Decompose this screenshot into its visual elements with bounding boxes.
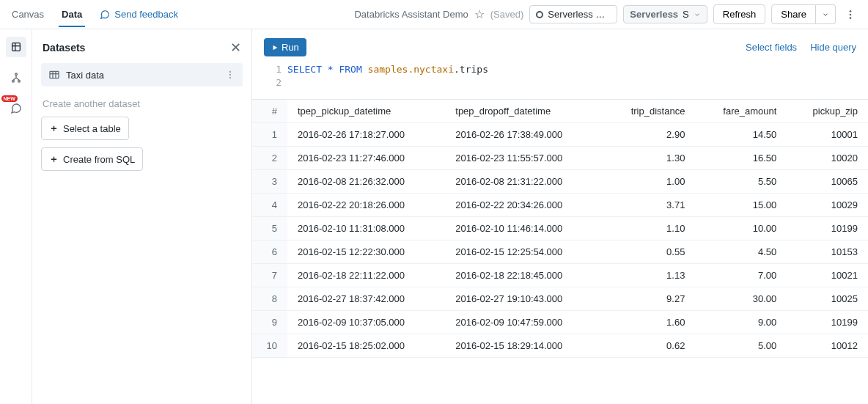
svg-point-7: [12, 80, 14, 82]
results-table-wrap[interactable]: #tpep_pickup_datetimetpep_dropoff_dateti…: [252, 100, 868, 404]
svg-point-14: [229, 74, 231, 76]
table-row[interactable]: 102016-02-15 18:25:02.0002016-02-15 18:2…: [252, 334, 868, 358]
table-cell: 3.71: [603, 194, 696, 217]
table-cell: 10021: [787, 264, 868, 287]
rail-assistant-icon[interactable]: NEW: [6, 98, 26, 119]
table-cell: 2016-02-08 21:26:32.000: [287, 170, 445, 194]
col-header[interactable]: pickup_zip: [787, 100, 868, 123]
svg-point-0: [850, 10, 852, 12]
table-cell: 2016-02-08 21:31:22.000: [445, 170, 603, 194]
table-cell: 5.00: [695, 334, 787, 358]
table-cell: 2016-02-26 17:38:49.000: [445, 123, 603, 147]
top-tabs: Canvas Data: [9, 1, 85, 27]
col-header[interactable]: trip_distance: [603, 100, 696, 123]
table-cell: 7.00: [695, 264, 787, 287]
share-button[interactable]: Share: [771, 4, 816, 24]
col-header[interactable]: fare_amount: [695, 100, 787, 123]
close-icon[interactable]: ✕: [230, 40, 241, 56]
table-cell: 10012: [787, 334, 868, 358]
svg-point-1: [850, 13, 852, 15]
star-icon[interactable]: ☆: [474, 7, 485, 21]
table-cell: 10199: [787, 217, 868, 240]
chat-icon: [100, 10, 110, 20]
table-row[interactable]: 42016-02-22 20:18:26.0002016-02-22 20:34…: [252, 194, 868, 217]
table-cell: 7: [252, 264, 287, 287]
table-cell: 2.90: [603, 123, 696, 147]
table-row[interactable]: 62016-02-15 12:22:30.0002016-02-15 12:25…: [252, 240, 868, 264]
svg-rect-9: [50, 71, 59, 78]
table-cell: 2016-02-18 22:18:45.000: [445, 264, 603, 287]
col-header[interactable]: #: [252, 100, 287, 123]
table-cell: 0.62: [603, 334, 696, 358]
dataset-kebab-icon[interactable]: [225, 70, 235, 80]
table-cell: 1.00: [603, 170, 696, 194]
svg-point-8: [18, 80, 20, 82]
table-row[interactable]: 72016-02-18 22:11:22.0002016-02-18 22:18…: [252, 264, 868, 287]
table-row[interactable]: 82016-02-27 18:37:42.0002016-02-27 19:10…: [252, 287, 868, 311]
dataset-name: Taxi data: [66, 70, 104, 81]
play-icon: [271, 44, 279, 51]
table-row[interactable]: 22016-02-23 11:27:46.0002016-02-23 11:55…: [252, 147, 868, 170]
table-cell: 9: [252, 311, 287, 334]
col-header[interactable]: tpep_dropoff_datetime: [445, 100, 603, 123]
table-cell: 2016-02-27 18:37:42.000: [287, 287, 445, 311]
table-cell: 10199: [787, 311, 868, 334]
select-fields-link[interactable]: Select fields: [746, 42, 797, 53]
col-header[interactable]: tpep_pickup_datetime: [287, 100, 445, 123]
table-cell: 2016-02-26 17:18:27.000: [287, 123, 445, 147]
overflow-menu-icon[interactable]: [842, 6, 859, 23]
compute-selector[interactable]: Serverless S: [623, 5, 707, 23]
table-cell: 10153: [787, 240, 868, 264]
table-icon: [48, 69, 60, 81]
table-row[interactable]: 52016-02-10 11:31:08.0002016-02-10 11:46…: [252, 217, 868, 240]
rail-schema-icon[interactable]: [6, 67, 26, 88]
send-feedback-link[interactable]: Send feedback: [100, 9, 178, 20]
table-cell: 2: [252, 147, 287, 170]
run-label: Run: [282, 42, 299, 53]
main-area: Run Select fields Hide query 1 2 SELECT …: [252, 29, 868, 404]
plus-icon: ＋: [49, 153, 59, 166]
table-cell: 1.30: [603, 147, 696, 170]
create-from-sql-button[interactable]: ＋ Create from SQL: [41, 147, 143, 171]
svg-rect-3: [12, 43, 20, 51]
refresh-button[interactable]: Refresh: [713, 4, 766, 24]
dataset-item[interactable]: Taxi data: [41, 63, 243, 87]
table-row[interactable]: 92016-02-09 10:37:05.0002016-02-09 10:47…: [252, 311, 868, 334]
table-cell: 2016-02-23 11:27:46.000: [287, 147, 445, 170]
sql-editor[interactable]: 1 2 SELECT * FROM samples.nyctaxi.trips: [264, 64, 856, 90]
table-cell: 1.13: [603, 264, 696, 287]
table-cell: 1.10: [603, 217, 696, 240]
table-row[interactable]: 32016-02-08 21:26:32.0002016-02-08 21:31…: [252, 170, 868, 194]
tab-canvas[interactable]: Canvas: [9, 1, 47, 27]
rail-datasets-icon[interactable]: [6, 37, 26, 57]
table-cell: 0.55: [603, 240, 696, 264]
table-cell: 2016-02-22 20:34:26.000: [445, 194, 603, 217]
hide-query-link[interactable]: Hide query: [810, 42, 856, 53]
share-dropdown-button[interactable]: [816, 4, 836, 24]
table-cell: 2016-02-27 19:10:43.000: [445, 287, 603, 311]
table-cell: 2016-02-18 22:11:22.000: [287, 264, 445, 287]
notebook-title[interactable]: Databricks Assistant Demo: [354, 9, 468, 20]
create-sql-label: Create from SQL: [63, 154, 135, 165]
run-button[interactable]: Run: [264, 38, 306, 56]
query-panel: Run Select fields Hide query 1 2 SELECT …: [252, 29, 868, 100]
table-cell: 9.27: [603, 287, 696, 311]
sql-text: SELECT * FROM samples.nyctaxi.trips: [287, 64, 488, 90]
left-rail: NEW: [0, 29, 32, 404]
svg-point-15: [229, 77, 231, 78]
compute-status-pill[interactable]: Serverless Sta…: [529, 5, 617, 23]
table-cell: 5: [252, 217, 287, 240]
table-cell: 2016-02-15 18:25:02.000: [287, 334, 445, 358]
table-cell: 2016-02-10 11:46:14.000: [445, 217, 603, 240]
plus-icon: ＋: [49, 122, 59, 135]
table-cell: 10025: [787, 287, 868, 311]
table-cell: 4.50: [695, 240, 787, 264]
side-panel-title: Datasets: [43, 42, 85, 54]
topbar: Canvas Data Send feedback Databricks Ass…: [0, 0, 868, 29]
table-cell: 8: [252, 287, 287, 311]
saved-status: (Saved): [490, 9, 524, 20]
tab-data[interactable]: Data: [59, 1, 85, 27]
select-table-button[interactable]: ＋ Select a table: [41, 117, 129, 140]
table-cell: 15.00: [695, 194, 787, 217]
table-row[interactable]: 12016-02-26 17:18:27.0002016-02-26 17:38…: [252, 123, 868, 147]
